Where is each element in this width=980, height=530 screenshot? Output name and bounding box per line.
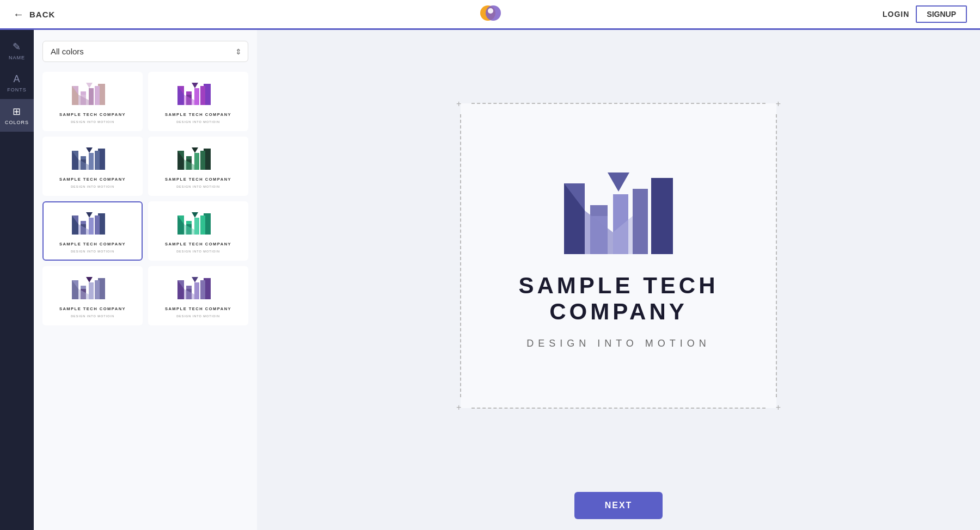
logo-card-svg-1 <box>71 79 114 109</box>
logo-card-name-5: SAMPLE TECH COMPANY <box>59 242 126 246</box>
corner-bl-icon: + <box>456 403 461 412</box>
svg-marker-10 <box>86 83 93 88</box>
main-company-name: SAMPLE TECH COMPANY <box>461 273 776 325</box>
svg-rect-63 <box>95 280 100 299</box>
corner-tr-icon: + <box>776 99 781 109</box>
logo-card-tagline-6: DESIGN INTO MOTIOIN <box>176 250 220 253</box>
logo-card-svg-3 <box>71 144 114 174</box>
sidebar-name-label: NAME <box>9 55 25 60</box>
logo-card-name-8: SAMPLE TECH COMPANY <box>165 306 231 311</box>
logo-card-tagline-5: DESIGN INTO MOTIOIN <box>71 250 114 253</box>
main-logo-display: SAMPLE TECH COMPANY DESIGN INTO MOTION <box>461 162 776 349</box>
svg-point-2 <box>488 8 493 14</box>
svg-rect-72 <box>200 280 205 299</box>
logo-card-tagline-3: DESIGN INTO MOTIOIN <box>71 185 114 188</box>
colors-icon: ⊞ <box>13 106 21 118</box>
sidebar-item-name[interactable]: ✎ NAME <box>0 34 34 67</box>
svg-rect-79 <box>651 178 673 254</box>
svg-rect-9 <box>95 86 100 105</box>
canvas-top-border <box>471 103 765 104</box>
next-button[interactable]: NEXT <box>574 492 663 519</box>
logo-variant-grid: SAMPLE TECH COMPANY DESIGN INTO MOTIOIN … <box>42 72 248 325</box>
svg-point-1 <box>486 5 501 21</box>
corner-tl-icon: + <box>456 99 461 109</box>
logo-card-svg-6 <box>176 209 220 238</box>
logo-card-name-2: SAMPLE TECH COMPANY <box>165 112 231 117</box>
svg-rect-83 <box>633 189 648 254</box>
canvas-frame: + + + + <box>461 103 776 408</box>
app-logo-icon <box>478 1 502 25</box>
logo-card-tagline-1: DESIGN INTO MOTIOIN <box>71 120 114 124</box>
top-navigation: ← BACK LOGIN SIGNUP <box>0 0 980 30</box>
svg-rect-27 <box>95 151 100 170</box>
logo-card-tagline-4: DESIGN INTO MOTIOIN <box>176 185 220 188</box>
logo-card-8[interactable]: SAMPLE TECH COMPANY DESIGN INTO MOTIOIN <box>148 266 248 325</box>
svg-marker-55 <box>192 212 198 218</box>
logo-card-tagline-7: DESIGN INTO MOTIOIN <box>71 315 114 318</box>
svg-marker-37 <box>192 147 198 153</box>
svg-rect-36 <box>200 151 205 170</box>
canvas-left-border <box>460 114 461 397</box>
logo-card-name-6: SAMPLE TECH COMPANY <box>165 242 231 246</box>
name-icon: ✎ <box>13 41 21 53</box>
svg-rect-17 <box>194 88 199 105</box>
color-filter-wrapper: All colors Blue Purple Green Red Teal ⇕ <box>42 41 248 62</box>
fonts-icon: A <box>13 73 20 85</box>
svg-rect-45 <box>95 215 100 235</box>
canvas-bottom-border <box>471 408 765 409</box>
svg-rect-54 <box>200 215 205 235</box>
color-panel: All colors Blue Purple Green Red Teal ⇕ … <box>34 30 257 530</box>
back-arrow-icon[interactable]: ← <box>13 8 24 21</box>
svg-marker-19 <box>192 83 198 88</box>
logo-card-2[interactable]: SAMPLE TECH COMPANY DESIGN INTO MOTIOIN <box>148 72 248 131</box>
svg-rect-8 <box>89 88 94 105</box>
logo-card-name-3: SAMPLE TECH COMPANY <box>59 177 126 182</box>
canvas-right-border <box>776 114 777 397</box>
svg-rect-44 <box>89 218 94 235</box>
logo-card-6[interactable]: SAMPLE TECH COMPANY DESIGN INTO MOTIOIN <box>148 201 248 261</box>
svg-marker-64 <box>86 277 93 282</box>
logo-card-7[interactable]: SAMPLE TECH COMPANY DESIGN INTO MOTIOIN <box>42 266 143 325</box>
signup-button[interactable]: SIGNUP <box>916 5 967 23</box>
svg-rect-18 <box>200 86 205 105</box>
sidebar: ✎ NAME A FONTS ⊞ COLORS <box>0 30 34 530</box>
back-label[interactable]: BACK <box>29 10 55 19</box>
svg-marker-28 <box>86 147 93 153</box>
main-tagline: DESIGN INTO MOTION <box>526 338 710 349</box>
svg-marker-46 <box>86 212 93 218</box>
bottom-bar: NEXT <box>257 481 980 530</box>
login-button[interactable]: LOGIN <box>883 10 909 19</box>
svg-marker-81 <box>608 172 629 192</box>
logo-card-svg-4 <box>176 144 220 174</box>
nav-left: ← BACK <box>13 8 55 21</box>
svg-rect-71 <box>194 282 199 299</box>
logo-card-name-1: SAMPLE TECH COMPANY <box>59 112 126 117</box>
sidebar-item-colors[interactable]: ⊞ COLORS <box>0 99 34 132</box>
main-logo-svg <box>559 162 678 260</box>
nav-right: LOGIN SIGNUP <box>883 5 967 23</box>
sidebar-colors-label: COLORS <box>5 120 29 125</box>
logo-card-svg-7 <box>71 274 114 303</box>
logo-card-svg-2 <box>176 79 220 109</box>
logo-card-1[interactable]: SAMPLE TECH COMPANY DESIGN INTO MOTIOIN <box>42 72 143 131</box>
logo-card-name-7: SAMPLE TECH COMPANY <box>59 306 126 311</box>
logo-card-svg-8 <box>176 274 220 303</box>
corner-br-icon: + <box>776 403 781 412</box>
logo-card-svg-5 <box>71 209 114 238</box>
svg-rect-62 <box>89 282 94 299</box>
svg-rect-35 <box>194 153 199 170</box>
logo-card-tagline-8: DESIGN INTO MOTIOIN <box>176 315 220 318</box>
nav-center-logo <box>478 1 502 27</box>
logo-card-name-4: SAMPLE TECH COMPANY <box>165 177 231 182</box>
color-filter-select[interactable]: All colors Blue Purple Green Red Teal <box>42 41 248 62</box>
logo-card-5[interactable]: SAMPLE TECH COMPANY DESIGN INTO MOTIOIN <box>42 201 143 261</box>
main-canvas-area: + + + + <box>257 30 980 481</box>
logo-card-3[interactable]: SAMPLE TECH COMPANY DESIGN INTO MOTIOIN <box>42 137 143 196</box>
sidebar-fonts-label: FONTS <box>7 87 27 93</box>
logo-card-tagline-2: DESIGN INTO MOTIOIN <box>176 120 220 124</box>
svg-rect-53 <box>194 218 199 235</box>
sidebar-item-fonts[interactable]: A FONTS <box>0 67 34 99</box>
svg-rect-26 <box>89 153 94 170</box>
logo-card-4[interactable]: SAMPLE TECH COMPANY DESIGN INTO MOTIOIN <box>148 137 248 196</box>
svg-marker-73 <box>192 277 198 282</box>
